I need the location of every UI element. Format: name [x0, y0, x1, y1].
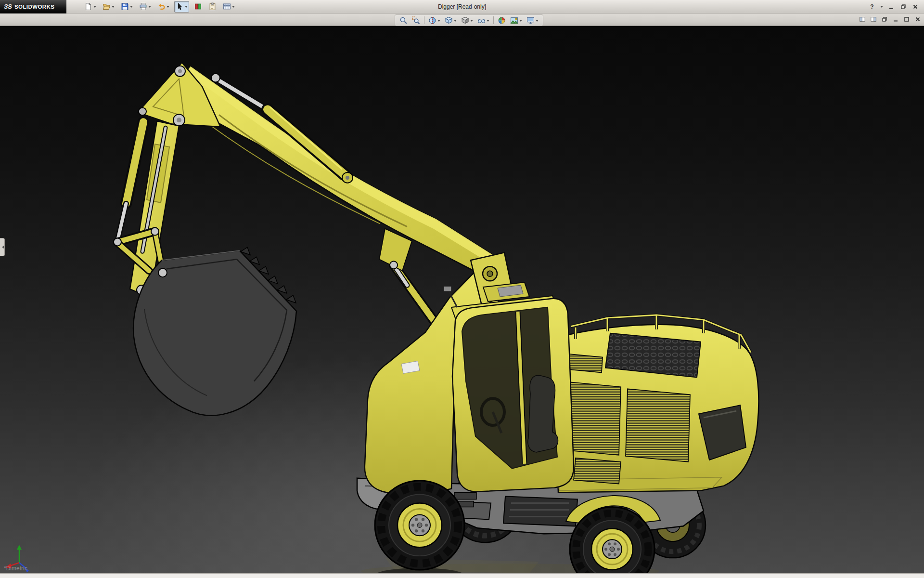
help-caret-icon — [880, 6, 883, 9]
view-orientation-cube-icon — [445, 16, 453, 25]
graphics-area[interactable]: *Dimetric — [0, 26, 924, 573]
minimize-button[interactable] — [887, 3, 895, 11]
save-button[interactable] — [119, 1, 134, 13]
pane-left-icon — [860, 16, 865, 22]
help-button[interactable]: ? — [868, 3, 876, 11]
toolbar-separator — [424, 16, 424, 24]
options-sheet-icon — [223, 2, 231, 11]
heads-up-toolbar — [395, 14, 543, 26]
section-view-button[interactable] — [427, 15, 442, 26]
status-strip — [0, 573, 924, 578]
doc-minimize-button[interactable] — [892, 15, 899, 23]
doc-close-button[interactable] — [914, 15, 921, 23]
dropdown-caret-icon — [185, 6, 188, 9]
zoom-to-area-button[interactable] — [411, 15, 422, 26]
select-button[interactable] — [174, 1, 189, 13]
titlebar-controls: ? — [868, 3, 924, 11]
dropdown-caret-icon — [487, 20, 489, 23]
options-sheet-button[interactable] — [221, 1, 236, 13]
close-icon — [915, 16, 921, 22]
close-button[interactable] — [911, 3, 919, 11]
view-orientation-button[interactable] — [443, 15, 458, 26]
dropdown-caret-icon — [454, 20, 457, 23]
pane-right-button[interactable] — [870, 15, 877, 23]
dropdown-caret-icon — [93, 6, 96, 9]
brand-text: SOLIDWORKS — [14, 4, 54, 10]
restore-down-icon — [882, 16, 887, 22]
view-settings-icon — [526, 16, 535, 25]
dropdown-caret-icon — [112, 6, 115, 9]
main-toolbar — [83, 1, 236, 13]
display-style-button[interactable] — [460, 15, 475, 26]
display-style-icon — [461, 16, 469, 25]
close-icon — [912, 4, 918, 10]
bucket[interactable] — [133, 247, 296, 415]
print-button[interactable] — [138, 1, 153, 13]
pane-left-button[interactable] — [859, 15, 866, 23]
properties-clipboard-icon — [208, 2, 217, 11]
zoom-to-fit-button[interactable] — [398, 15, 409, 26]
heads-up-row — [0, 13, 924, 26]
view-settings-button[interactable] — [525, 15, 540, 26]
dropdown-caret-icon — [536, 20, 539, 23]
edit-appearance-button[interactable] — [496, 15, 507, 26]
dropdown-caret-icon — [148, 6, 151, 9]
minimize-icon — [888, 4, 894, 10]
apply-scene-button[interactable] — [509, 15, 524, 26]
new-document-icon — [84, 2, 92, 11]
properties-button[interactable] — [207, 1, 218, 13]
print-icon — [139, 2, 147, 11]
dropdown-caret-icon — [232, 6, 235, 9]
undo-icon — [157, 2, 166, 11]
section-view-icon — [428, 16, 436, 25]
save-icon — [121, 2, 129, 11]
model-canvas[interactable] — [0, 26, 924, 573]
solidworks-window: ЗS SOLIDWORKS — [0, 0, 924, 578]
edit-color-icon — [194, 2, 202, 11]
dropdown-caret-icon — [437, 20, 440, 23]
edit-color-button[interactable] — [192, 1, 204, 13]
window-title: Digger [Read-only] — [438, 3, 486, 10]
select-cursor-icon — [176, 2, 184, 11]
help-icon: ? — [870, 3, 873, 10]
hide-show-items-button[interactable] — [476, 15, 491, 26]
doc-restore-button[interactable] — [881, 15, 888, 23]
new-document-button[interactable] — [83, 1, 98, 13]
edit-appearance-sphere-icon — [498, 16, 506, 25]
dropdown-caret-icon — [519, 20, 522, 23]
undo-button[interactable] — [156, 1, 171, 13]
titlebar: ЗS SOLIDWORKS — [0, 0, 924, 13]
apply-scene-icon — [510, 16, 518, 25]
open-icon — [103, 2, 111, 11]
view-orientation-label: *Dimetric — [4, 565, 27, 572]
boom-lift-cylinder[interactable] — [394, 265, 433, 320]
dropdown-caret-icon — [130, 6, 133, 9]
document-window-controls — [859, 15, 921, 23]
dropdown-caret-icon — [167, 6, 169, 9]
collapse-arrow-icon — [0, 246, 4, 249]
feature-tree-collapse-tab[interactable] — [0, 238, 5, 256]
toolbar-separator — [493, 16, 494, 24]
maximize-icon — [904, 16, 910, 22]
dropdown-caret-icon — [470, 20, 473, 23]
solidworks-logo: ЗS SOLIDWORKS — [0, 0, 66, 13]
restore-button[interactable] — [899, 3, 907, 11]
front-wheel[interactable] — [375, 481, 464, 570]
minimize-icon — [893, 16, 898, 22]
zoom-to-area-icon — [412, 16, 420, 25]
pane-right-icon — [871, 16, 876, 22]
restore-icon — [900, 4, 906, 10]
open-button[interactable] — [101, 1, 116, 13]
hide-show-glasses-icon — [477, 16, 486, 25]
zoom-to-fit-icon — [399, 16, 408, 25]
cab[interactable] — [444, 282, 574, 492]
brand-mark-icon: ЗS — [4, 3, 12, 10]
doc-maximize-button[interactable] — [903, 15, 910, 23]
